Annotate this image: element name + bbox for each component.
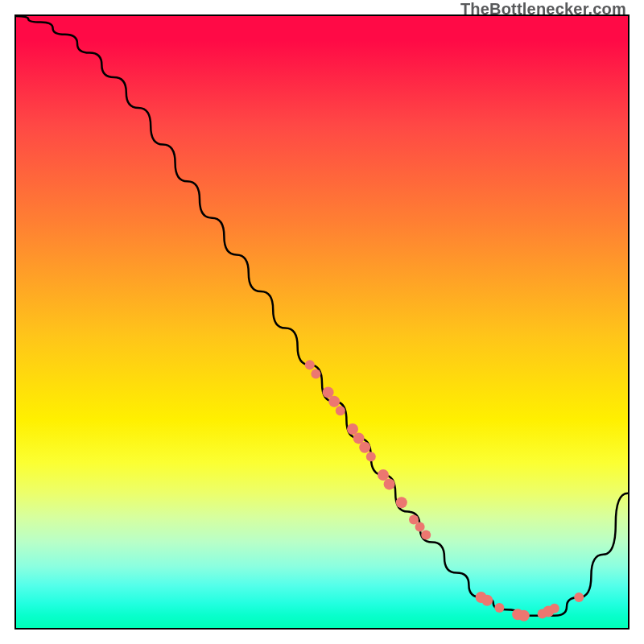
data-marker (421, 530, 431, 539)
data-marker (574, 592, 584, 602)
data-marker (336, 406, 345, 415)
chart-svg (16, 16, 628, 628)
data-marker (366, 452, 376, 461)
data-marker (550, 604, 559, 613)
chart-markers (305, 360, 584, 621)
data-marker (494, 603, 504, 613)
data-marker (305, 360, 315, 369)
data-marker (378, 469, 389, 481)
data-marker (384, 478, 395, 489)
data-marker (323, 386, 334, 398)
plot-area (14, 14, 630, 630)
data-marker (396, 497, 407, 508)
data-marker (481, 595, 493, 606)
chart-canvas: TheBottlenecker.com (0, 0, 644, 644)
data-marker (359, 442, 370, 453)
data-marker (347, 423, 358, 435)
bottleneck-curve (16, 16, 628, 616)
data-marker (353, 432, 365, 444)
data-marker (328, 396, 340, 407)
data-marker (518, 610, 530, 621)
data-marker (311, 369, 320, 379)
data-marker (415, 522, 425, 532)
